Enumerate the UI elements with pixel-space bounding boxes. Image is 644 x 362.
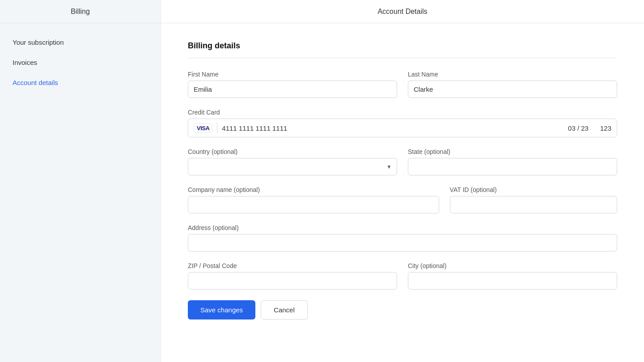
credit-card-group: Credit Card VISA 4111 1111 1111 1111 03 … xyxy=(188,109,617,137)
save-button[interactable]: Save changes xyxy=(188,300,255,319)
visa-divider xyxy=(217,123,217,133)
state-label: State (optional) xyxy=(408,148,617,155)
vat-input[interactable] xyxy=(450,196,617,213)
visa-logo: VISA xyxy=(194,124,212,133)
zip-input[interactable] xyxy=(188,272,397,290)
city-input[interactable] xyxy=(408,272,617,290)
company-vat-row: Company name (optional) VAT ID (optional… xyxy=(188,186,617,213)
sidebar-item-invoices[interactable]: Invoices xyxy=(0,52,161,72)
city-label: City (optional) xyxy=(408,262,617,269)
sidebar: Your subscription Invoices Account detai… xyxy=(0,23,161,362)
address-group: Address (optional) xyxy=(188,224,617,251)
last-name-group: Last Name xyxy=(408,71,617,98)
country-group: Country (optional) ▼ xyxy=(188,148,397,175)
first-name-input[interactable] xyxy=(188,81,397,98)
city-group: City (optional) xyxy=(408,262,617,290)
country-label: Country (optional) xyxy=(188,148,397,155)
country-select-wrapper: ▼ xyxy=(188,158,397,175)
company-input[interactable] xyxy=(188,196,439,213)
sidebar-item-account[interactable]: Account details xyxy=(0,72,161,93)
name-row: First Name Last Name xyxy=(188,71,617,98)
section-title: Billing details xyxy=(188,41,617,51)
first-name-group: First Name xyxy=(188,71,397,98)
main-header-account-details: Account Details xyxy=(161,0,644,23)
address-label: Address (optional) xyxy=(188,224,617,231)
credit-card-label: Credit Card xyxy=(188,109,617,116)
company-label: Company name (optional) xyxy=(188,186,439,193)
address-input[interactable] xyxy=(188,234,617,251)
zip-group: ZIP / Postal Code xyxy=(188,262,397,290)
last-name-label: Last Name xyxy=(408,71,617,78)
country-state-row: Country (optional) ▼ State (optional) xyxy=(188,148,617,175)
vat-label: VAT ID (optional) xyxy=(450,186,617,193)
first-name-label: First Name xyxy=(188,71,397,78)
state-input[interactable] xyxy=(408,158,617,175)
vat-group: VAT ID (optional) xyxy=(450,186,617,213)
state-group: State (optional) xyxy=(408,148,617,175)
card-expiry: 03 / 23 xyxy=(568,124,589,132)
zip-label: ZIP / Postal Code xyxy=(188,262,397,269)
cancel-button[interactable]: Cancel xyxy=(261,300,308,319)
zip-city-row: ZIP / Postal Code City (optional) xyxy=(188,262,617,290)
credit-card-field[interactable]: VISA 4111 1111 1111 1111 03 / 23 123 xyxy=(188,119,617,137)
main-content: Billing details First Name Last Name Cre… xyxy=(161,23,644,362)
card-number: 4111 1111 1111 1111 xyxy=(222,124,564,132)
last-name-input[interactable] xyxy=(408,81,617,98)
credit-card-row: Credit Card VISA 4111 1111 1111 1111 03 … xyxy=(188,109,617,137)
card-cvv: 123 xyxy=(600,124,611,132)
sidebar-header-billing: Billing xyxy=(0,0,161,23)
sidebar-item-subscription[interactable]: Your subscription xyxy=(0,32,161,52)
action-buttons: Save changes Cancel xyxy=(188,300,617,319)
country-select[interactable] xyxy=(188,158,397,175)
section-divider xyxy=(188,58,617,58)
address-row: Address (optional) xyxy=(188,224,617,251)
company-group: Company name (optional) xyxy=(188,186,439,213)
